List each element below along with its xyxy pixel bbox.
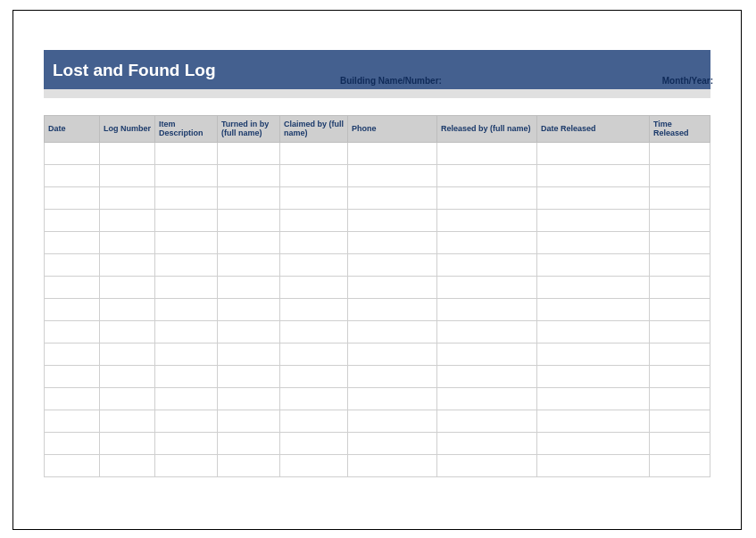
- table-cell[interactable]: [100, 231, 155, 253]
- table-cell[interactable]: [45, 454, 100, 476]
- table-cell[interactable]: [155, 276, 218, 298]
- table-cell[interactable]: [537, 209, 650, 231]
- table-cell[interactable]: [650, 142, 710, 164]
- table-cell[interactable]: [437, 454, 537, 476]
- table-cell[interactable]: [280, 343, 348, 365]
- table-cell[interactable]: [280, 142, 348, 164]
- table-cell[interactable]: [45, 410, 100, 432]
- table-cell[interactable]: [280, 410, 348, 432]
- table-cell[interactable]: [218, 142, 280, 164]
- table-cell[interactable]: [437, 164, 537, 186]
- table-cell[interactable]: [45, 298, 100, 320]
- table-cell[interactable]: [218, 164, 280, 186]
- table-cell[interactable]: [100, 320, 155, 343]
- table-cell[interactable]: [537, 410, 650, 432]
- table-cell[interactable]: [348, 253, 437, 276]
- table-cell[interactable]: [348, 365, 437, 387]
- table-cell[interactable]: [280, 432, 348, 454]
- table-cell[interactable]: [218, 253, 280, 276]
- table-cell[interactable]: [218, 231, 280, 253]
- table-cell[interactable]: [280, 320, 348, 343]
- table-cell[interactable]: [100, 186, 155, 209]
- table-cell[interactable]: [437, 320, 537, 343]
- table-cell[interactable]: [537, 343, 650, 365]
- table-cell[interactable]: [348, 276, 437, 298]
- table-cell[interactable]: [437, 142, 537, 164]
- table-cell[interactable]: [218, 454, 280, 476]
- table-cell[interactable]: [45, 142, 100, 164]
- table-cell[interactable]: [650, 276, 710, 298]
- table-cell[interactable]: [650, 365, 710, 387]
- table-cell[interactable]: [537, 298, 650, 320]
- table-cell[interactable]: [348, 209, 437, 231]
- table-cell[interactable]: [155, 432, 218, 454]
- table-cell[interactable]: [100, 142, 155, 164]
- table-cell[interactable]: [155, 454, 218, 476]
- table-cell[interactable]: [100, 209, 155, 231]
- table-cell[interactable]: [45, 209, 100, 231]
- table-cell[interactable]: [100, 253, 155, 276]
- table-cell[interactable]: [437, 298, 537, 320]
- table-cell[interactable]: [537, 276, 650, 298]
- table-cell[interactable]: [45, 186, 100, 209]
- table-cell[interactable]: [45, 432, 100, 454]
- table-cell[interactable]: [280, 186, 348, 209]
- table-cell[interactable]: [280, 209, 348, 231]
- table-cell[interactable]: [155, 365, 218, 387]
- table-cell[interactable]: [100, 410, 155, 432]
- table-cell[interactable]: [155, 253, 218, 276]
- table-cell[interactable]: [280, 298, 348, 320]
- table-cell[interactable]: [100, 365, 155, 387]
- table-cell[interactable]: [348, 164, 437, 186]
- table-cell[interactable]: [348, 231, 437, 253]
- table-cell[interactable]: [348, 142, 437, 164]
- table-cell[interactable]: [537, 454, 650, 476]
- table-cell[interactable]: [218, 276, 280, 298]
- table-cell[interactable]: [650, 164, 710, 186]
- table-cell[interactable]: [650, 231, 710, 253]
- table-cell[interactable]: [348, 410, 437, 432]
- table-cell[interactable]: [100, 343, 155, 365]
- table-cell[interactable]: [437, 231, 537, 253]
- table-cell[interactable]: [45, 253, 100, 276]
- table-cell[interactable]: [280, 454, 348, 476]
- table-cell[interactable]: [155, 186, 218, 209]
- table-cell[interactable]: [155, 343, 218, 365]
- table-cell[interactable]: [348, 387, 437, 410]
- table-cell[interactable]: [348, 343, 437, 365]
- table-cell[interactable]: [218, 209, 280, 231]
- table-cell[interactable]: [45, 231, 100, 253]
- table-cell[interactable]: [437, 253, 537, 276]
- table-cell[interactable]: [280, 164, 348, 186]
- table-cell[interactable]: [280, 253, 348, 276]
- table-cell[interactable]: [280, 276, 348, 298]
- table-cell[interactable]: [348, 454, 437, 476]
- table-cell[interactable]: [45, 365, 100, 387]
- table-cell[interactable]: [100, 276, 155, 298]
- table-cell[interactable]: [100, 387, 155, 410]
- table-cell[interactable]: [537, 164, 650, 186]
- table-cell[interactable]: [100, 454, 155, 476]
- table-cell[interactable]: [155, 387, 218, 410]
- table-cell[interactable]: [537, 365, 650, 387]
- table-cell[interactable]: [437, 209, 537, 231]
- table-cell[interactable]: [650, 410, 710, 432]
- table-cell[interactable]: [650, 432, 710, 454]
- table-cell[interactable]: [155, 410, 218, 432]
- table-cell[interactable]: [100, 298, 155, 320]
- table-cell[interactable]: [155, 209, 218, 231]
- table-cell[interactable]: [218, 365, 280, 387]
- table-cell[interactable]: [650, 387, 710, 410]
- table-cell[interactable]: [218, 298, 280, 320]
- table-cell[interactable]: [537, 432, 650, 454]
- table-cell[interactable]: [218, 410, 280, 432]
- table-cell[interactable]: [155, 320, 218, 343]
- table-cell[interactable]: [537, 320, 650, 343]
- table-cell[interactable]: [155, 231, 218, 253]
- table-cell[interactable]: [537, 231, 650, 253]
- table-cell[interactable]: [537, 253, 650, 276]
- table-cell[interactable]: [280, 365, 348, 387]
- table-cell[interactable]: [45, 164, 100, 186]
- table-cell[interactable]: [650, 454, 710, 476]
- table-cell[interactable]: [100, 164, 155, 186]
